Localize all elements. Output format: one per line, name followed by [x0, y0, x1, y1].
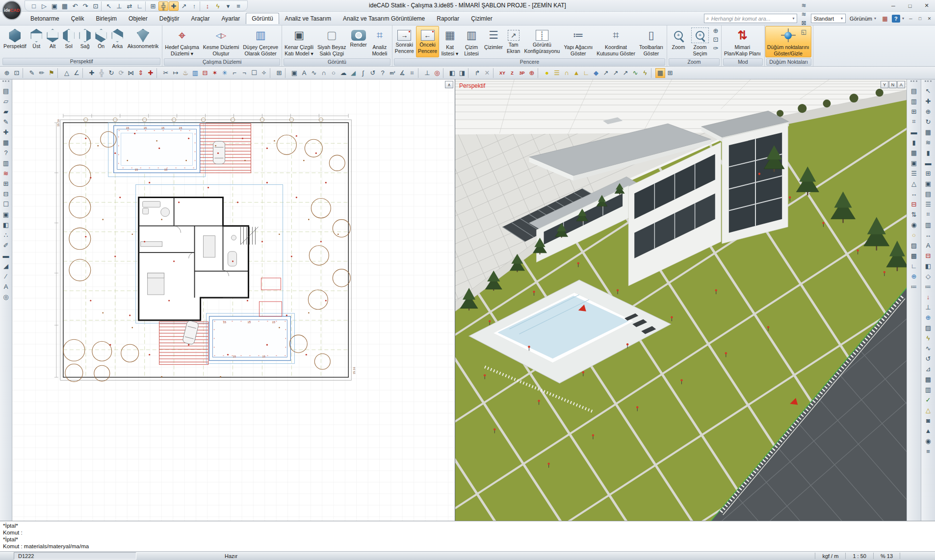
status-segment[interactable]: 1 : 50 [845, 553, 873, 559]
mdi-minimize-button[interactable]: ─ [906, 14, 915, 23]
ribbon-button[interactable]: Aksonometrik [126, 26, 161, 57]
select-tool-icon[interactable]: ↖ [923, 86, 934, 96]
axis-tool-icon[interactable]: ⌗ [909, 117, 919, 127]
check-icon[interactable]: ✓ [923, 395, 934, 405]
render-canvas[interactable] [455, 79, 907, 521]
mdi-restore-button[interactable]: □ [915, 14, 925, 23]
note-flag-icon[interactable]: ⚑ [47, 68, 56, 78]
plan-canvas[interactable]: 15.16 15.16 [12, 79, 455, 521]
coord-origin-icon[interactable]: ⊕ [527, 68, 537, 78]
roof-tool-icon[interactable]: △ [909, 178, 919, 188]
foundation-icon[interactable]: ▤ [923, 189, 934, 199]
warn-icon[interactable]: △ [923, 405, 934, 415]
measure-tool-icon[interactable]: ∟ [909, 261, 919, 271]
text2-icon[interactable]: A [923, 240, 934, 250]
table-active-icon[interactable]: ▦ [655, 68, 665, 78]
floor-down-icon[interactable]: ≋ [799, 10, 809, 19]
section-tool-icon[interactable]: ⊟ [909, 199, 919, 209]
chart-icon[interactable]: ▥ [190, 68, 200, 78]
spline-icon[interactable]: ʃ [358, 68, 368, 78]
sheet-list-icon[interactable]: ▤ [909, 86, 919, 96]
ribbon-button[interactable]: Tam Ekran [505, 26, 522, 57]
query-icon[interactable]: ? [1, 148, 11, 157]
chamfer-icon[interactable]: ¬ [239, 68, 249, 78]
find-icon[interactable]: ◎ [1, 292, 11, 302]
ribbon-button[interactable]: Zoom [668, 26, 689, 57]
rotate-3d-icon[interactable]: ⟳ [116, 68, 126, 78]
graph-green-icon[interactable]: ∿ [630, 68, 640, 78]
beam-tool-icon[interactable]: ▬ [909, 127, 919, 137]
ribbon-button[interactable]: Perspektif [1, 26, 28, 57]
moment-icon[interactable]: ↺ [923, 354, 934, 363]
points-icon[interactable]: ∴ [1, 230, 11, 240]
circle-icon[interactable]: ○ [329, 68, 338, 78]
analysis2-icon[interactable]: ϟ [923, 333, 934, 343]
floor-up-icon[interactable]: ≋ [799, 1, 809, 10]
material-tool-icon[interactable]: ▨ [909, 240, 919, 250]
ucs-icon[interactable]: ↱ [472, 68, 482, 78]
arc-icon[interactable]: ∩ [319, 68, 329, 78]
graph-1-icon[interactable]: ↗ [601, 68, 611, 78]
rotate-icon[interactable]: ↻ [106, 68, 116, 78]
command-console[interactable]: *İptal*Komut :*İptal*Komut : materials/m… [0, 521, 935, 551]
coord-z-icon[interactable]: Z [507, 68, 517, 78]
ribbon-button[interactable]: Görüntü Konfigürasyonu [522, 26, 562, 57]
ribbon-button[interactable]: Render [348, 26, 368, 57]
ribbon-button[interactable]: Zoom Seçim [689, 26, 711, 57]
copy-icon[interactable]: ⊞ [1, 178, 11, 188]
pipette-icon[interactable]: ✏ [37, 68, 47, 78]
stairs2-icon[interactable]: ☰ [923, 199, 934, 209]
wall-tool-icon[interactable]: ▣ [909, 158, 919, 168]
move-icon[interactable]: ✚ [87, 68, 97, 78]
ribbon-button[interactable]: Üst [28, 26, 45, 57]
section2-icon[interactable]: ⊟ [923, 251, 934, 260]
ribbon-button[interactable]: Önceki Pencere [416, 26, 439, 57]
detail-icon[interactable]: ◧ [923, 261, 934, 271]
menu-tab[interactable]: Raporlar [431, 13, 465, 24]
tile-window-icon[interactable]: ◨ [457, 68, 467, 78]
pan-icon[interactable]: ✑ [711, 44, 720, 52]
view-menu-button[interactable]: Görünüm ▾ [848, 16, 878, 22]
erase-icon[interactable]: ✐ [1, 240, 11, 250]
rotate-copy-icon[interactable]: ↺ [368, 68, 378, 78]
select-prev-icon[interactable]: ▰ [1, 106, 11, 116]
explode-icon[interactable]: ✶ [210, 68, 220, 78]
ribbon-button[interactable]: Sağ [77, 26, 93, 57]
stair-tool-icon[interactable]: ☰ [909, 168, 919, 178]
lock-icon[interactable]: ◙ [923, 415, 934, 425]
support-icon[interactable]: ⊥ [923, 302, 934, 312]
pin2-icon[interactable]: ▲ [923, 426, 934, 435]
group-icon[interactable]: ▣ [1, 209, 11, 219]
layer-manager-icon[interactable]: ▥ [909, 96, 919, 106]
sketch-pen-icon[interactable]: ✎ [27, 68, 37, 78]
load-icon[interactable]: ↓ [923, 292, 934, 302]
ribbon-button[interactable]: Toolbarları Göster [637, 26, 665, 57]
axes-icon[interactable]: ⌗ [923, 209, 934, 219]
report-icon[interactable]: ▥ [1, 158, 11, 168]
menu-tab[interactable]: Araçlar [185, 13, 215, 24]
select-box-icon[interactable]: ☐ [249, 68, 259, 78]
columns-icon[interactable]: ▮ [923, 148, 934, 157]
stretch-icon[interactable]: ⇕ [136, 68, 146, 78]
angle-icon[interactable]: ∠ [72, 68, 81, 78]
beams-icon[interactable]: ▬ [923, 158, 934, 168]
measure-query-icon[interactable]: ? [378, 68, 388, 78]
ribbon-button[interactable]: Kesme Düzlemi Oluştur [201, 26, 241, 57]
tag-icon[interactable]: ◆ [591, 68, 601, 78]
node-tool-icon[interactable]: ⊕ [909, 271, 919, 281]
menu-tab[interactable]: Değiştir [154, 13, 185, 24]
cam2-icon[interactable]: ◉ [923, 436, 934, 446]
ribbon-button[interactable]: Kat listesi ▾ [439, 26, 461, 57]
pan-tool-icon[interactable]: ✚ [923, 96, 934, 106]
render-tool-icon[interactable]: ▩ [909, 251, 919, 260]
ribbon-button[interactable]: Arka [109, 26, 126, 57]
viewport-corner-button[interactable]: A [897, 81, 905, 88]
dims-icon[interactable]: ⌗ [407, 68, 417, 78]
slab-tool-icon[interactable]: ▦ [909, 148, 919, 157]
toolbar-grip[interactable] [910, 80, 917, 84]
coord-xy-icon[interactable]: XY [497, 68, 507, 78]
mesh-icon[interactable]: ▨ [923, 323, 934, 332]
object-lib-icon[interactable]: ◇ [923, 271, 934, 281]
menu-tab[interactable]: Görüntü [246, 13, 279, 24]
orbit-tool-icon[interactable]: ↻ [923, 117, 934, 127]
